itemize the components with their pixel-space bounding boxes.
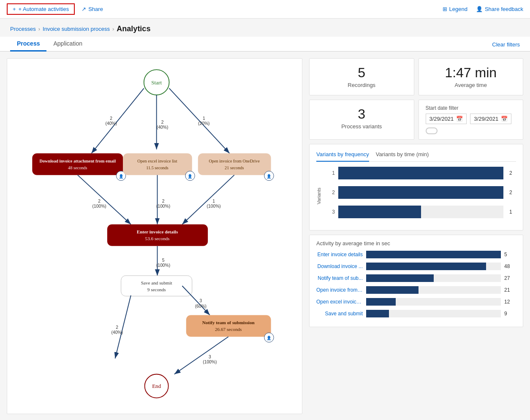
svg-text:53.6 seconds: 53.6 seconds bbox=[145, 236, 170, 241]
process-variants-value: 3 bbox=[316, 107, 407, 122]
svg-text:11.5 seconds: 11.5 seconds bbox=[146, 165, 169, 170]
avg-time-label: Average time bbox=[426, 82, 516, 88]
clear-filters-button[interactable]: Clear filters bbox=[492, 38, 520, 51]
svg-text:2: 2 bbox=[161, 120, 164, 125]
tab-variants-frequency[interactable]: Variants by frequency bbox=[316, 149, 369, 162]
svg-rect-42 bbox=[121, 276, 192, 296]
svg-text:26.67 seconds: 26.67 seconds bbox=[215, 327, 242, 332]
act-value-4: 21 bbox=[504, 287, 516, 293]
bar-rows: 1 2 2 2 3 bbox=[326, 167, 516, 225]
act-value-2: 48 bbox=[504, 263, 516, 269]
svg-rect-22 bbox=[198, 153, 271, 175]
act-row-6: Save and submit 9 bbox=[316, 310, 516, 317]
act-bar-fill-6 bbox=[366, 310, 389, 317]
svg-text:👤: 👤 bbox=[266, 174, 272, 179]
svg-text:Start: Start bbox=[151, 79, 162, 86]
svg-text:👤: 👤 bbox=[119, 174, 124, 179]
svg-text:(100%): (100%) bbox=[156, 204, 170, 209]
date-to-input[interactable]: 3/29/2021 📅 bbox=[470, 114, 511, 124]
svg-text:9 seconds: 9 seconds bbox=[147, 287, 166, 292]
process-variants-card: 3 Process variants bbox=[309, 100, 414, 140]
act-row-2: Download invoice ... 48 bbox=[316, 263, 516, 270]
svg-text:Enter invoice details: Enter invoice details bbox=[137, 229, 178, 234]
date-filter-toggle[interactable] bbox=[426, 127, 438, 134]
bar-row-3: 3 1 bbox=[326, 206, 516, 218]
recordings-card: 5 Recordings bbox=[309, 58, 414, 95]
svg-text:End: End bbox=[152, 383, 161, 389]
act-value-3: 27 bbox=[504, 275, 516, 281]
recordings-label: Recordings bbox=[316, 82, 407, 88]
process-variants-label: Process variants bbox=[316, 123, 407, 130]
svg-text:21 seconds: 21 seconds bbox=[225, 165, 244, 170]
avg-time-value: 1:47 min bbox=[426, 65, 516, 80]
variants-date-row: 3 Process variants Start date filter 3/2… bbox=[309, 100, 523, 140]
breadcrumb-processes[interactable]: Processes bbox=[10, 26, 36, 32]
tab-application[interactable]: Application bbox=[46, 37, 89, 51]
automate-button[interactable]: + + Automate activities bbox=[7, 3, 75, 15]
act-bar-bg-5 bbox=[366, 298, 501, 306]
breadcrumb-invoice[interactable]: Invoice submission process bbox=[43, 26, 110, 32]
svg-text:Notify team of submission: Notify team of submission bbox=[202, 320, 255, 325]
act-row-1: Enter invoice details 5 bbox=[316, 251, 516, 258]
date-from-value: 3/29/2021 bbox=[429, 116, 454, 122]
svg-rect-51 bbox=[186, 315, 271, 336]
date-filter-card: Start date filter 3/29/2021 📅 3/29/2021 … bbox=[419, 100, 524, 140]
right-panel: 5 Recordings 1:47 min Average time 3 Pro… bbox=[309, 51, 530, 420]
svg-text:2: 2 bbox=[110, 116, 112, 121]
svg-text:(60%): (60%) bbox=[195, 304, 207, 309]
activity-chart-card: Activity by average time in sec Enter in… bbox=[309, 235, 523, 327]
top-bar: + + Automate activities ↗ Share ⊞ Legend… bbox=[0, 0, 530, 19]
svg-text:48 seconds: 48 seconds bbox=[68, 165, 87, 170]
legend-label: Legend bbox=[449, 6, 467, 12]
act-bar-bg-2 bbox=[366, 263, 501, 270]
share-feedback-button[interactable]: 👤 Share feedback bbox=[476, 6, 523, 12]
bar-fill-1 bbox=[338, 167, 503, 179]
stats-row: 5 Recordings 1:47 min Average time bbox=[309, 58, 523, 95]
svg-text:3: 3 bbox=[199, 298, 202, 303]
svg-text:3: 3 bbox=[209, 355, 211, 359]
tab-process[interactable]: Process bbox=[10, 37, 46, 51]
bar-fill-3 bbox=[338, 206, 421, 218]
svg-text:Save and submit: Save and submit bbox=[141, 280, 173, 285]
svg-text:(40%): (40%) bbox=[157, 125, 168, 130]
svg-text:(100%): (100%) bbox=[207, 204, 221, 209]
y-axis-label: Variants bbox=[316, 167, 321, 225]
svg-rect-36 bbox=[107, 224, 208, 246]
bar-row-1: 1 2 bbox=[326, 167, 516, 179]
bar-bg-2 bbox=[338, 186, 503, 199]
date-inputs: 3/29/2021 📅 3/29/2021 📅 bbox=[426, 114, 516, 124]
act-row-5: Open excel invoice... 12 bbox=[316, 298, 516, 306]
breadcrumb-sep-1: › bbox=[38, 26, 40, 32]
legend-button[interactable]: ⊞ Legend bbox=[443, 6, 467, 12]
act-label-3: Notify team of sub... bbox=[316, 275, 363, 281]
act-label-4: Open invoice from ... bbox=[316, 287, 363, 293]
toggle-row bbox=[426, 127, 516, 134]
bar-fill-2 bbox=[338, 186, 503, 199]
svg-text:5: 5 bbox=[162, 258, 165, 263]
act-bar-fill-3 bbox=[366, 274, 434, 282]
svg-text:(40%): (40%) bbox=[111, 330, 123, 335]
bar-label-1: 1 bbox=[326, 170, 335, 176]
act-value-1: 5 bbox=[504, 252, 516, 257]
calendar-icon-from: 📅 bbox=[456, 116, 463, 122]
top-right-actions: ⊞ Legend 👤 Share feedback bbox=[443, 6, 523, 12]
bar-value-3: 1 bbox=[509, 209, 516, 215]
flow-panel: Start 2 (40%) 2 (40%) 1 (20%) Download i… bbox=[7, 58, 302, 414]
date-from-input[interactable]: 3/29/2021 📅 bbox=[426, 114, 467, 124]
act-bar-bg-4 bbox=[366, 286, 501, 294]
automate-label: + Automate activities bbox=[19, 6, 69, 12]
recordings-value: 5 bbox=[316, 65, 407, 80]
breadcrumb-sep-2: › bbox=[112, 26, 114, 32]
tab-variants-time[interactable]: Variants by time (min) bbox=[376, 149, 429, 162]
share-button[interactable]: ↗ Share bbox=[82, 6, 103, 12]
main-content: Start 2 (40%) 2 (40%) 1 (20%) Download i… bbox=[0, 51, 530, 420]
share-label: Share bbox=[88, 6, 103, 12]
svg-text:(40%): (40%) bbox=[106, 121, 117, 126]
act-value-5: 12 bbox=[504, 299, 516, 305]
legend-icon: ⊞ bbox=[443, 6, 447, 12]
plus-icon: + bbox=[13, 6, 16, 12]
share-feedback-label: Share feedback bbox=[485, 6, 523, 12]
avg-time-card: 1:47 min Average time bbox=[419, 58, 524, 95]
variants-chart-card: Variants by frequency Variants by time (… bbox=[309, 144, 523, 230]
bar-row-2: 2 2 bbox=[326, 186, 516, 199]
